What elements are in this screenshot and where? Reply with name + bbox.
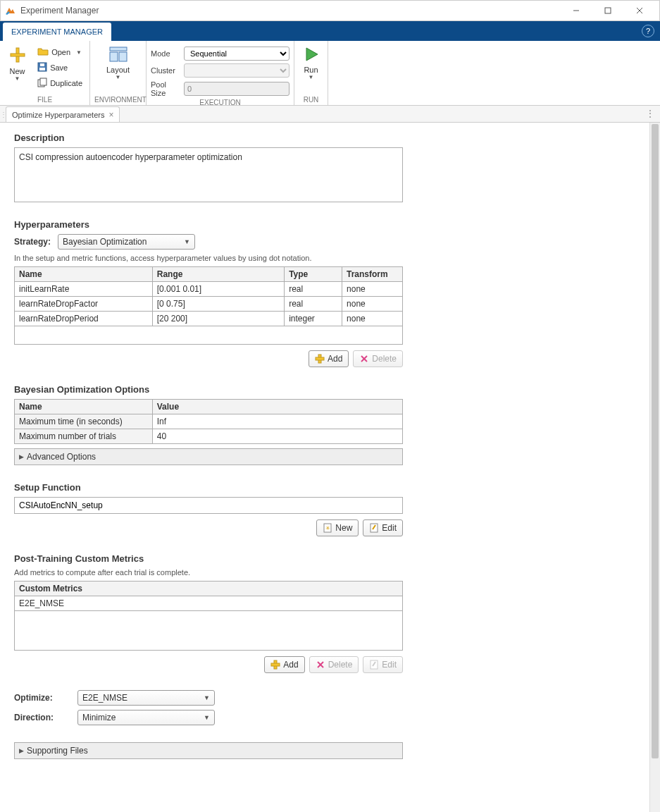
chevron-down-icon: ▼ [184,238,190,245]
setup-edit-button[interactable]: Edit [363,519,403,536]
close-icon[interactable]: × [108,110,113,120]
strategy-label: Strategy: [14,237,51,247]
edit-metric-button[interactable]: Edit [363,656,403,673]
col-name: Name [15,400,153,414]
col-value: Value [152,400,402,414]
window-close-button[interactable] [623,1,655,20]
svg-rect-5 [11,54,25,56]
table-row: learnRateDropPeriod[20 200]integernone [15,312,403,326]
svg-rect-12 [110,52,118,61]
layout-button[interactable]: Layout ▼ [104,44,132,80]
table-row: Maximum number of trials40 [15,429,403,444]
window-maximize-button[interactable] [592,1,623,20]
cluster-label: Cluster [151,66,178,75]
col-transform: Transform [342,267,403,282]
supporting-files-expander[interactable]: ▶ Supporting Files [14,742,403,759]
chevron-down-icon: ▼ [116,74,121,80]
metrics-note: Add metrics to compute after each trial … [14,568,635,577]
hyperparameters-table[interactable]: Name Range Type Transform initLearnRate[… [14,266,403,345]
svg-marker-14 [306,48,318,61]
play-icon [304,47,319,64]
setup-new-button[interactable]: ✳New [316,519,359,536]
ribbon-body: New ▼ Open ▼ Save Duplicate FILE [0,41,660,106]
window-minimize-button[interactable] [560,1,592,20]
plus-icon [9,47,26,66]
layout-icon [109,47,127,64]
x-icon [359,354,369,364]
cluster-select [184,63,289,78]
help-button[interactable]: ? [642,25,654,37]
content-area: Description CSI compression autoencoder … [0,123,649,812]
ribbon-tab-experiment-manager[interactable]: EXPERIMENT MANAGER [3,23,111,41]
svg-rect-1 [605,8,611,13]
bayes-heading: Bayesian Optimization Options [14,384,635,395]
doc-tab-menu-button[interactable]: ⋮ [646,109,654,118]
window-title: Experiment Manager [20,6,560,16]
edit-doc-icon [369,660,379,670]
mode-label: Mode [151,49,178,58]
add-hyperparameter-button[interactable]: Add [309,350,349,367]
delete-hyperparameter-button[interactable]: Delete [353,350,403,367]
x-icon [316,660,325,670]
strategy-select[interactable]: Bayesian Optimization ▼ [58,234,195,250]
setup-function-input[interactable] [14,497,403,514]
col-custom-metrics: Custom Metrics [15,582,403,596]
col-name: Name [15,267,153,282]
description-heading: Description [14,133,635,143]
document-tabbar: ⋮ Optimize Hyperparameters × ⋮ [0,106,660,123]
doc-tab-label: Optimize Hyperparameters [12,111,104,119]
run-button[interactable]: Run ▼ [299,44,323,80]
chevron-down-icon: ▼ [76,49,82,56]
ribbon-group-file-label: FILE [4,94,85,105]
plus-icon [315,354,325,364]
triangle-right-icon: ▶ [19,453,24,460]
hyperparameters-note: In the setup and metric functions, acces… [14,254,635,262]
optimize-select[interactable]: E2E_NMSE ▼ [77,690,215,706]
bayes-options-table[interactable]: Name Value Maximum time (in seconds)Inf … [14,399,403,444]
description-textarea[interactable]: CSI compression autoencoder hyperparamet… [14,147,403,202]
pool-size-input [184,82,289,96]
folder-open-icon [37,47,49,58]
svg-rect-7 [39,68,45,70]
direction-label: Direction: [14,713,70,722]
vertical-scrollbar[interactable] [649,123,660,812]
new-button[interactable]: New ▼ [4,44,30,82]
open-button[interactable]: Open ▼ [35,45,85,59]
svg-rect-16 [316,357,324,360]
table-row-empty [15,326,403,345]
advanced-options-expander[interactable]: ▶ Advanced Options [14,448,403,465]
ribbon-tabstrip: EXPERIMENT MANAGER ? [0,21,660,41]
table-row: learnRateDropFactor[0 0.75]realnone [15,297,403,312]
col-range: Range [152,267,284,282]
delete-metric-button[interactable]: Delete [309,656,359,673]
app-logo [5,5,16,16]
duplicate-button[interactable]: Duplicate [35,76,85,90]
plus-icon [270,660,280,670]
chevron-down-icon: ▼ [309,74,314,80]
svg-rect-13 [119,52,127,61]
save-icon [37,62,47,73]
col-type: Type [285,267,342,282]
doc-tab-optimize-hyperparameters[interactable]: Optimize Hyperparameters × [6,106,120,122]
scrollbar-thumb[interactable] [652,124,659,758]
save-button[interactable]: Save [35,61,85,75]
add-metric-button[interactable]: Add [264,656,304,673]
mode-select[interactable]: Sequential [184,47,289,61]
ribbon-group-run-label: RUN [299,94,323,105]
svg-text:✳: ✳ [325,525,330,531]
chevron-down-icon: ▼ [15,75,20,82]
table-row: initLearnRate[0.001 0.01]realnone [15,282,403,297]
optimize-label: Optimize: [14,693,70,703]
metrics-heading: Post-Training Custom Metrics [14,553,635,564]
hyperparameters-heading: Hyperparameters [14,219,635,230]
direction-select[interactable]: Minimize ▼ [77,710,215,725]
setup-heading: Setup Function [14,482,635,493]
chevron-down-icon: ▼ [204,694,210,701]
edit-doc-icon [369,523,379,533]
custom-metrics-table[interactable]: Custom Metrics E2E_NMSE [14,581,403,651]
svg-rect-10 [40,78,46,85]
window-titlebar: Experiment Manager [0,0,660,21]
chevron-down-icon: ▼ [204,714,210,721]
pool-size-label: Pool Size [151,80,178,97]
triangle-right-icon: ▶ [19,747,24,754]
